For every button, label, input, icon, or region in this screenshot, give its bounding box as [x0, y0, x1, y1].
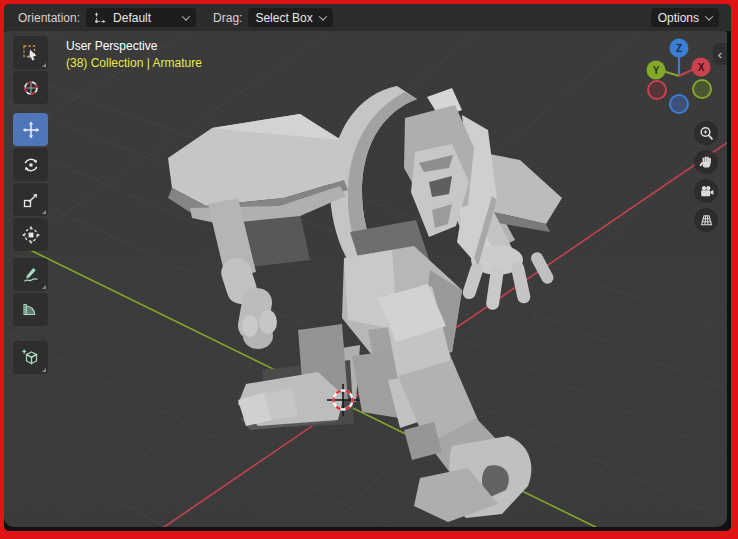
toggle-perspective-button[interactable] [694, 208, 718, 232]
transform-orientation-icon [93, 11, 107, 25]
viewport-header: Orientation: Default Drag: Select Box Op… [4, 4, 731, 31]
tool-select-box[interactable] [13, 36, 48, 69]
robot-model[interactable] [168, 86, 562, 522]
orientation-label: Orientation: [18, 11, 80, 25]
camera-icon [697, 182, 716, 201]
drag-mode-value: Select Box [255, 11, 312, 25]
move-icon [21, 120, 41, 140]
tool-add-cube[interactable] [13, 341, 48, 374]
gizmo-y-label: Y [653, 65, 660, 76]
select-box-icon [21, 43, 41, 63]
blender-window: Orientation: Default Drag: Select Box Op… [4, 4, 731, 531]
sidebar-collapse-icon: ‹ [718, 47, 722, 62]
rotate-icon [21, 155, 41, 175]
zoom-button[interactable] [694, 121, 718, 145]
3d-viewport: User Perspective (38) Collection | Armat… [4, 31, 727, 527]
measure-protractor-icon [21, 300, 41, 320]
tool-annotate[interactable] [13, 258, 48, 291]
tool-transform[interactable] [13, 218, 48, 251]
transform-icon [21, 225, 41, 245]
orientation-dropdown[interactable]: Default [86, 8, 196, 27]
chevron-down-icon [705, 12, 713, 20]
camera-view-button[interactable] [694, 179, 718, 203]
options-dropdown[interactable]: Options [651, 8, 719, 27]
scale-icon [21, 190, 41, 210]
options-label: Options [658, 11, 699, 25]
tool-scale[interactable] [13, 183, 48, 216]
pan-button[interactable] [694, 150, 718, 174]
gizmo-axis-z-negative[interactable] [670, 95, 688, 113]
grid-perspective-icon [697, 211, 716, 230]
orientation-value: Default [113, 11, 151, 25]
gizmo-x-label: X [698, 62, 705, 73]
chevron-down-icon [319, 12, 327, 20]
tool-cursor[interactable] [13, 71, 48, 104]
gizmo-axis-y-negative[interactable] [693, 80, 711, 98]
viewport-overlay-text: User Perspective (38) Collection | Armat… [66, 38, 202, 72]
chevron-down-icon [182, 12, 190, 20]
view-name-text: User Perspective [66, 38, 202, 55]
drag-mode-dropdown[interactable]: Select Box [248, 8, 332, 27]
sidebar-collapse-tab[interactable]: ‹ [713, 43, 727, 65]
tool-measure[interactable] [13, 293, 48, 326]
add-cube-icon [21, 348, 41, 368]
3d-viewport-canvas[interactable] [4, 31, 727, 527]
cursor-tool-icon [21, 78, 41, 98]
tool-rotate[interactable] [13, 148, 48, 181]
magnifier-plus-icon [697, 124, 716, 143]
gizmo-axis-x-negative[interactable] [648, 81, 666, 99]
tool-move[interactable] [13, 113, 48, 146]
hand-icon [697, 153, 715, 171]
tool-shelf [13, 36, 48, 376]
context-path-text: (38) Collection | Armature [66, 55, 202, 72]
drag-label: Drag: [213, 11, 242, 25]
gizmo-z-label: Z [676, 43, 682, 54]
annotate-pencil-icon [21, 265, 41, 285]
navigation-gizmo[interactable]: Z Y X [643, 38, 715, 114]
